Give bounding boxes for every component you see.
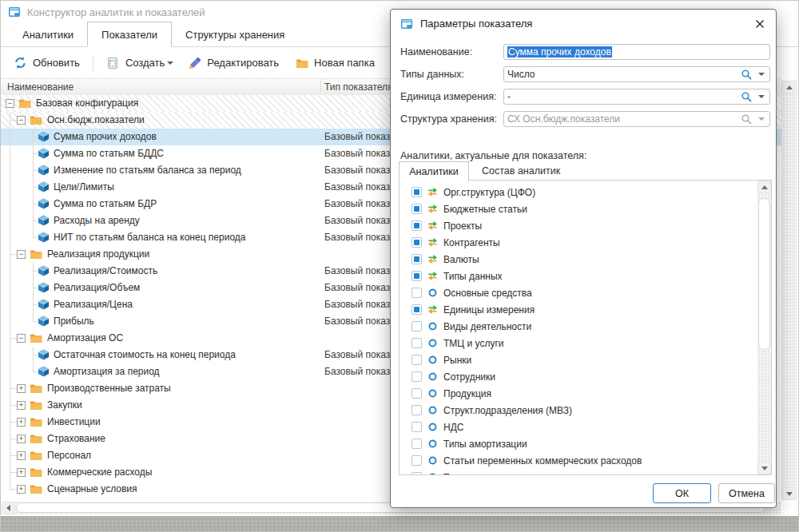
list-scrollbar[interactable] bbox=[757, 181, 771, 474]
analytics-item[interactable]: ТМЦ и услуги bbox=[400, 335, 757, 351]
analytics-item-label: Основные средства bbox=[443, 288, 532, 299]
tree-connector bbox=[10, 489, 17, 490]
toolbar-edit-button[interactable]: Редактировать bbox=[180, 52, 287, 73]
tree-connector bbox=[10, 196, 10, 212]
list-scroll-down-button[interactable] bbox=[757, 462, 771, 474]
magnifier-icon[interactable] bbox=[741, 91, 753, 103]
analytics-item[interactable]: Бюджетные статьи bbox=[400, 200, 757, 217]
expand-toggle[interactable]: + bbox=[17, 401, 26, 410]
checkbox[interactable] bbox=[411, 288, 422, 298]
analytics-item-label: НДС bbox=[443, 422, 463, 433]
checkbox[interactable] bbox=[411, 422, 422, 432]
expand-toggle[interactable]: + bbox=[17, 418, 26, 427]
create-dropdown-caret[interactable] bbox=[167, 62, 180, 65]
storage-structure-field[interactable]: СХ Осн.бюдж.показатели bbox=[503, 111, 770, 127]
expand-toggle[interactable]: + bbox=[17, 435, 26, 443]
expand-toggle[interactable]: + bbox=[17, 468, 26, 477]
name-field[interactable]: Сумма прочих доходов bbox=[503, 44, 770, 60]
tree-connector bbox=[10, 254, 17, 255]
tab-analytics[interactable]: Аналитики bbox=[9, 23, 87, 46]
folder-icon bbox=[30, 248, 42, 260]
checkbox[interactable] bbox=[411, 187, 422, 197]
toolbar-create-button[interactable]: Создать bbox=[98, 52, 173, 73]
tree-connector bbox=[10, 229, 10, 246]
analytics-item[interactable]: Рынки bbox=[400, 351, 757, 368]
analytics-item[interactable]: Структ.подразделения (МВЗ) bbox=[400, 402, 757, 419]
checkbox[interactable] bbox=[411, 204, 422, 214]
expand-toggle[interactable]: + bbox=[17, 451, 26, 460]
dropdown-caret[interactable] bbox=[758, 117, 765, 121]
analytics-item-label: Рынки bbox=[443, 355, 471, 366]
dialog-tab-analytics-composition[interactable]: Состав аналитик bbox=[477, 161, 565, 181]
analytics-item[interactable]: Продукция bbox=[400, 385, 757, 402]
analytics-item[interactable]: Статьи переменных коммерческих расходов bbox=[400, 452, 757, 469]
expand-toggle[interactable]: + bbox=[17, 485, 26, 494]
analytics-item[interactable]: Проекты bbox=[400, 217, 757, 234]
list-scroll-thumb[interactable] bbox=[758, 198, 770, 350]
expand-toggle[interactable]: − bbox=[17, 250, 26, 259]
column-header-name[interactable]: Наименование bbox=[7, 79, 74, 95]
analytics-item[interactable]: Контрагенты bbox=[400, 234, 757, 251]
checkbox[interactable] bbox=[411, 472, 422, 475]
checkbox[interactable] bbox=[411, 455, 422, 466]
checkbox[interactable] bbox=[411, 237, 422, 248]
vertical-scrollbar[interactable] bbox=[781, 81, 797, 500]
tab-indicators[interactable]: Показатели bbox=[87, 22, 172, 47]
analytics-item[interactable]: Типы амортизации bbox=[400, 435, 757, 452]
cancel-button[interactable]: Отмена bbox=[718, 483, 775, 503]
checkbox[interactable] bbox=[411, 304, 422, 315]
tree-connector bbox=[10, 363, 10, 380]
dropdown-caret[interactable] bbox=[758, 95, 765, 98]
cube-icon bbox=[38, 315, 50, 328]
checkbox[interactable] bbox=[411, 355, 422, 365]
toolbar-new-folder-button[interactable]: Новая папка bbox=[287, 52, 383, 73]
checkbox[interactable] bbox=[411, 388, 422, 399]
checkbox[interactable] bbox=[411, 338, 422, 348]
analytics-item[interactable]: Валюты bbox=[400, 251, 757, 268]
magnifier-icon[interactable] bbox=[741, 113, 753, 125]
unit-field[interactable]: - bbox=[503, 89, 770, 105]
checkbox[interactable] bbox=[411, 220, 422, 231]
ok-button[interactable]: ОК bbox=[653, 483, 711, 503]
analytics-item[interactable]: Единицы измерения bbox=[400, 301, 757, 318]
expand-toggle[interactable]: + bbox=[17, 384, 26, 393]
analytics-item[interactable]: НДС bbox=[400, 419, 757, 435]
close-icon[interactable] bbox=[754, 18, 765, 30]
magnifier-icon[interactable] bbox=[741, 69, 753, 81]
analytics-item[interactable]: Сотрудники bbox=[400, 368, 757, 385]
analytics-item-label: Контрагенты bbox=[443, 237, 500, 248]
cube-icon bbox=[38, 281, 50, 294]
list-scroll-up-button[interactable] bbox=[757, 181, 771, 193]
analytics-item[interactable]: Основные средства bbox=[400, 284, 757, 301]
analytics-item[interactable]: Виды деятельности bbox=[400, 318, 757, 335]
checkbox[interactable] bbox=[411, 371, 422, 382]
dropdown-caret[interactable] bbox=[758, 73, 765, 76]
analytics-item[interactable]: Тип остатков bbox=[400, 469, 757, 475]
analytics-item[interactable]: Орг.структура (ЦФО) bbox=[400, 184, 757, 200]
scroll-up-button[interactable] bbox=[782, 81, 797, 93]
column-header-type[interactable]: Тип показателя bbox=[324, 79, 393, 95]
expand-toggle[interactable]: − bbox=[17, 116, 26, 125]
scroll-left-button[interactable] bbox=[2, 502, 14, 514]
toolbar-refresh-button[interactable]: Обновить bbox=[6, 52, 88, 73]
checkbox[interactable] bbox=[411, 405, 422, 415]
exchange-icon bbox=[427, 186, 439, 198]
checkbox[interactable] bbox=[411, 321, 422, 332]
tree-connector bbox=[10, 313, 10, 330]
data-types-field[interactable]: Число bbox=[503, 66, 770, 82]
dialog-tab-analytics[interactable]: Аналитики bbox=[399, 161, 469, 181]
checkbox[interactable] bbox=[411, 254, 422, 264]
expand-toggle[interactable]: − bbox=[6, 99, 14, 108]
checkbox[interactable] bbox=[411, 439, 422, 449]
scroll-down-button[interactable] bbox=[782, 487, 797, 500]
analytics-item-label: Виды деятельности bbox=[443, 321, 531, 332]
expand-toggle[interactable]: − bbox=[17, 334, 26, 343]
tree-row-label: Коммерческие расходы bbox=[47, 464, 152, 481]
section-label: Аналитики, актуальные для показателя: bbox=[400, 150, 586, 161]
status-bar bbox=[1, 516, 799, 532]
tab-storage-structures[interactable]: Структуры хранения bbox=[172, 23, 298, 46]
window-title: Конструктор аналитик и показателей bbox=[27, 6, 205, 18]
checkbox[interactable] bbox=[411, 271, 422, 281]
analytics-item[interactable]: Типы данных bbox=[400, 268, 757, 284]
circle-icon bbox=[427, 387, 439, 399]
